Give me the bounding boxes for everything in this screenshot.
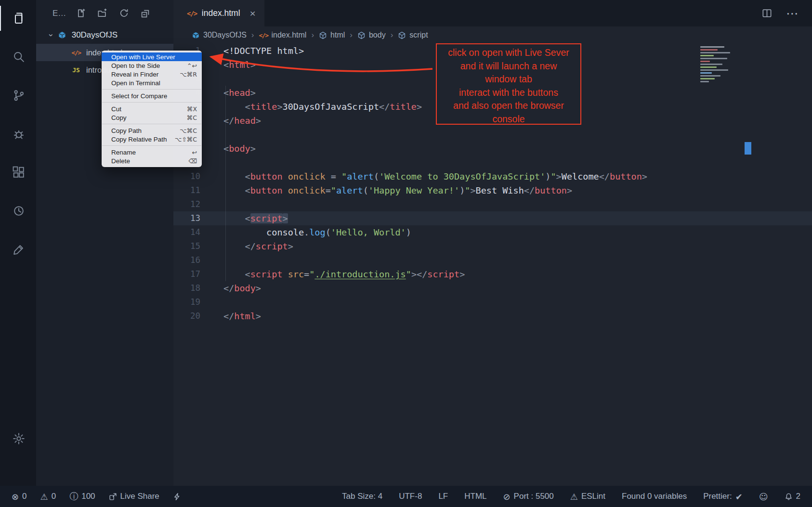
minimap-line <box>700 66 717 68</box>
menu-item-open-with-live-server[interactable]: Open with Live Server <box>102 52 202 61</box>
status-encoding[interactable]: UTF-8 <box>399 492 422 501</box>
code-text: <button onclick = "alert('Welcome to 30D… <box>223 169 647 183</box>
code-line-12[interactable]: 12 <box>173 197 812 211</box>
status-prettier[interactable]: Prettier:✔ <box>703 492 743 502</box>
code-runner-pen-icon[interactable] <box>0 237 36 262</box>
status-language-mode[interactable]: HTML <box>464 492 486 501</box>
quick-fix-icon <box>173 493 181 501</box>
code-text: </body> <box>223 281 261 295</box>
menu-item-open-to-the-side[interactable]: Open to the Side⌃↩ <box>102 61 202 70</box>
symbol-cube-icon <box>398 31 406 39</box>
chevron-down-icon: › <box>46 34 56 37</box>
code-line-19[interactable]: 19 <box>173 295 812 309</box>
settings-gear-icon[interactable] <box>0 426 36 451</box>
breadcrumb-index-html[interactable]: </>index.html <box>259 31 306 39</box>
line-number: 11 <box>173 183 200 197</box>
menu-item-reveal-in-finder[interactable]: Reveal in Finder⌥⌘R <box>102 70 202 78</box>
history-clock-icon[interactable] <box>0 198 36 223</box>
extensions-icon[interactable] <box>0 160 36 185</box>
menu-separator <box>102 89 201 90</box>
breadcrumb-script[interactable]: script <box>398 31 428 39</box>
menu-item-copy[interactable]: Copy⌘C <box>102 113 202 122</box>
line-number: 15 <box>173 239 200 253</box>
refresh-icon[interactable] <box>119 8 129 18</box>
code-line-13[interactable]: 13 <script> <box>173 211 812 225</box>
editor-actions: ⋯ <box>761 0 812 26</box>
breadcrumb-30daysofjs[interactable]: 30DaysOfJS <box>192 31 247 39</box>
status-live-server-port[interactable]: ⊘Port : 5500 <box>503 492 554 502</box>
menu-item-select-for-compare[interactable]: Select for Compare <box>102 91 202 100</box>
annotation-box: click on open with Live Sever and it wil… <box>436 43 581 125</box>
close-icon[interactable]: × <box>250 8 256 19</box>
status-errors[interactable]: ⊗0 <box>12 492 27 502</box>
code-line-14[interactable]: 14 console.log('Hello, World') <box>173 225 812 239</box>
explorer-title: E… <box>52 9 66 18</box>
status-notifications[interactable]: 2 <box>785 492 800 501</box>
menu-item-delete[interactable]: Delete⌫ <box>102 156 202 165</box>
code-text: <script> <box>223 211 288 225</box>
code-line-17[interactable]: 17 <script src="./introduction.js"></scr… <box>173 267 812 281</box>
code-line-15[interactable]: 15 </script> <box>173 239 812 253</box>
folder-icon <box>57 31 67 39</box>
status-tab-size[interactable]: Tab Size: 4 <box>342 492 382 501</box>
status-eslint[interactable]: ⚠ESLint <box>570 492 605 502</box>
code-text: </head> <box>223 114 261 128</box>
line-number: 14 <box>173 225 200 239</box>
minimap-line <box>700 64 722 65</box>
status-bar: ⊗0⚠0ⓘ100Live Share Tab Size: 4UTF-8LFHTM… <box>0 486 812 507</box>
minimap-line <box>700 58 727 59</box>
minimap-line <box>700 46 724 48</box>
new-file-icon[interactable] <box>76 8 86 18</box>
more-actions-icon[interactable]: ⋯ <box>786 7 799 20</box>
status-quick-fix[interactable] <box>173 493 181 501</box>
html-file-icon: </> <box>259 32 268 39</box>
line-number: 19 <box>173 295 200 309</box>
html-file-icon: </> <box>71 49 81 56</box>
run-debug-icon[interactable] <box>0 121 36 146</box>
explorer-icon[interactable] <box>0 6 36 31</box>
minimap[interactable] <box>700 46 742 82</box>
menu-separator <box>102 102 201 103</box>
code-line-10[interactable]: 10 <button onclick = "alert('Welcome to … <box>173 169 812 183</box>
status-infos[interactable]: ⓘ100 <box>69 491 95 502</box>
explorer-actions <box>76 8 151 18</box>
tab-index-html[interactable]: </> index.html × <box>173 0 264 26</box>
code-line-16[interactable]: 16 <box>173 253 812 267</box>
breadcrumb: 30DaysOfJS›</>index.html›html›body›scrip… <box>173 26 812 44</box>
menu-item-copy-path[interactable]: Copy Path⌥⌘C <box>102 126 202 135</box>
collapse-folders-icon[interactable] <box>141 8 151 18</box>
status-warnings[interactable]: ⚠0 <box>40 492 56 502</box>
status-variables[interactable]: Found 0 variables <box>622 492 687 501</box>
code-line-11[interactable]: 11 <button onclick="alert('Happy New Yea… <box>173 183 812 197</box>
line-number: 13 <box>173 211 200 225</box>
menu-item-open-in-terminal[interactable]: Open in Terminal <box>102 78 202 87</box>
search-icon[interactable] <box>0 44 36 69</box>
code-text: <html> <box>223 58 256 72</box>
breadcrumb-body[interactable]: body <box>357 31 386 39</box>
breadcrumb-html[interactable]: html <box>319 31 345 39</box>
status-left: ⊗0⚠0ⓘ100Live Share <box>12 491 181 502</box>
code-line-18[interactable]: 18</body> <box>173 281 812 295</box>
tree-item-root-folder[interactable]: › 30DaysOfJS <box>36 26 173 44</box>
new-folder-icon[interactable] <box>97 8 107 18</box>
split-editor-icon[interactable] <box>761 8 773 19</box>
code-line-20[interactable]: 20</html> <box>173 309 812 323</box>
code-text: console.log('Hello, World') <box>223 225 411 239</box>
source-control-icon[interactable] <box>0 83 36 108</box>
folder-name: 30DaysOfJS <box>72 30 118 40</box>
status-feedback[interactable]: ☺ <box>759 492 768 502</box>
code-text: <title>30DaysOfJavaScript</title> <box>223 100 422 114</box>
code-line-7[interactable]: 7 <box>173 128 812 142</box>
code-line-9[interactable]: 9 <box>173 156 812 169</box>
line-number: 18 <box>173 281 200 295</box>
menu-item-cut[interactable]: Cut⌘X <box>102 104 202 113</box>
menu-item-copy-relative-path[interactable]: Copy Relative Path⌥⇧⌘C <box>102 135 202 143</box>
menu-item-rename[interactable]: Rename↩ <box>102 148 202 156</box>
live-server-port-icon: ⊘ <box>503 492 511 502</box>
code-text: </script> <box>223 239 293 253</box>
code-line-8[interactable]: 8<body> <box>173 142 812 156</box>
status-live-share[interactable]: Live Share <box>109 492 159 501</box>
warnings-icon: ⚠ <box>40 492 48 502</box>
status-eol[interactable]: LF <box>438 492 448 501</box>
sidebar-header: E… <box>36 0 173 26</box>
